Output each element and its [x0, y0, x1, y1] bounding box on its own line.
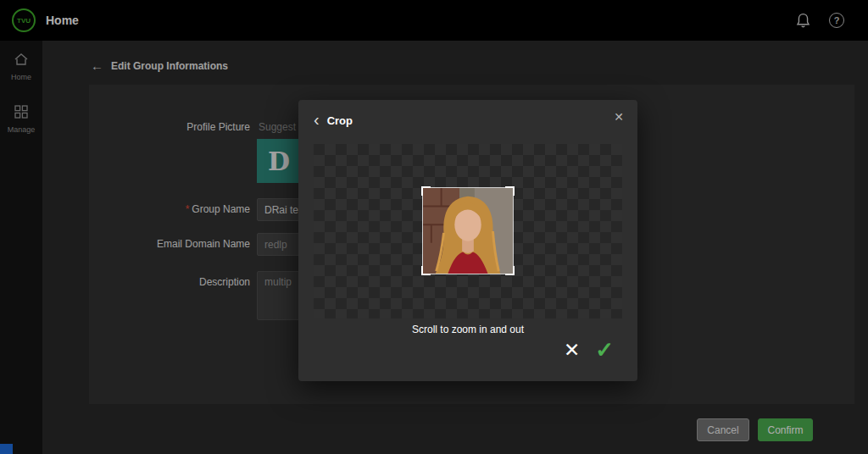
- app-screen: TVU Home ? Home: [0, 0, 868, 454]
- crop-modal: ‹ Crop ✕: [298, 100, 637, 381]
- crop-handle-bottom-left[interactable]: [421, 266, 431, 275]
- crop-modal-header: ‹ Crop ✕: [298, 100, 637, 141]
- crop-confirm-icon[interactable]: ✓: [595, 339, 614, 361]
- crop-modal-title: Crop: [327, 114, 353, 127]
- crop-hint-text: Scroll to zoom in and out: [298, 324, 637, 335]
- modal-back-icon[interactable]: ‹: [314, 111, 320, 128]
- crop-handle-top-left[interactable]: [421, 186, 431, 196]
- crop-modal-actions: ✕ ✓: [564, 339, 614, 361]
- crop-handle-top-right[interactable]: [505, 186, 515, 196]
- portrait-photo: [423, 188, 513, 274]
- crop-canvas[interactable]: [314, 144, 622, 318]
- close-icon[interactable]: ✕: [614, 111, 624, 123]
- crop-handle-bottom-right[interactable]: [505, 266, 515, 275]
- crop-selection[interactable]: [422, 187, 514, 274]
- crop-cancel-icon[interactable]: ✕: [564, 340, 580, 360]
